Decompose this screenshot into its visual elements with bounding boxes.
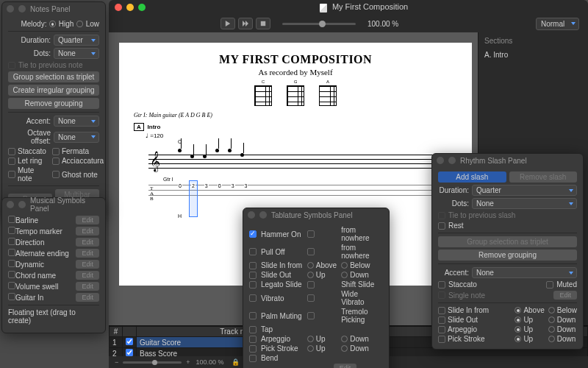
- edit-button[interactable]: Edit: [76, 238, 99, 247]
- ghost-checkbox[interactable]: [52, 171, 60, 178]
- group-triplet-button[interactable]: Group selection as triplet: [8, 71, 99, 82]
- edit-button[interactable]: Edit: [76, 249, 99, 258]
- edit-button[interactable]: Edit: [553, 291, 577, 300]
- tab-option-checkbox[interactable]: [249, 272, 257, 279]
- remove-slash-button[interactable]: Remove slash: [509, 171, 578, 183]
- tab-option-checkbox[interactable]: [249, 230, 257, 238]
- create-irregular-button[interactable]: Create irregular grouping: [8, 85, 99, 96]
- tab-option-checkbox[interactable]: [249, 312, 257, 319]
- remove-grouping-button[interactable]: Remove grouping: [438, 250, 577, 261]
- accent-select[interactable]: None: [54, 116, 99, 127]
- tab-option-checkbox[interactable]: [249, 336, 257, 343]
- option-radio[interactable]: [307, 272, 314, 278]
- minimize-icon[interactable]: [448, 157, 456, 164]
- minimize-icon[interactable]: [18, 5, 26, 13]
- melody-low-radio[interactable]: [76, 21, 82, 27]
- dots-select[interactable]: None: [54, 48, 99, 59]
- lock-icon[interactable]: 🔒: [232, 358, 240, 366]
- rest-checkbox[interactable]: [438, 222, 445, 230]
- mode-select[interactable]: Normal: [536, 18, 579, 30]
- option-checkbox[interactable]: [438, 336, 445, 343]
- tab-option-checkbox[interactable]: [249, 281, 257, 289]
- staccato-checkbox[interactable]: [438, 281, 445, 289]
- fermata-checkbox[interactable]: [52, 148, 60, 155]
- tab-option-checkbox[interactable]: [307, 281, 315, 289]
- zoom-in-icon[interactable]: +: [186, 358, 190, 366]
- close-icon[interactable]: [7, 201, 14, 208]
- duration-select[interactable]: Quarter: [54, 35, 99, 46]
- option-checkbox[interactable]: [438, 326, 445, 333]
- close-icon[interactable]: [437, 157, 444, 164]
- tab-option-checkbox[interactable]: [249, 326, 257, 333]
- option-checkbox[interactable]: [438, 307, 445, 314]
- acciaccatura-checkbox[interactable]: [52, 158, 60, 165]
- symbol-checkbox[interactable]: [8, 249, 15, 256]
- option-radio[interactable]: [307, 345, 314, 352]
- symbol-checkbox[interactable]: [8, 271, 15, 278]
- tab-option-checkbox[interactable]: [307, 312, 315, 319]
- note[interactable]: [178, 149, 182, 152]
- note[interactable]: [228, 149, 232, 152]
- symbol-checkbox[interactable]: [8, 238, 15, 245]
- option-radio[interactable]: [548, 316, 555, 323]
- edit-button[interactable]: Edit: [76, 227, 99, 236]
- zoom-slider[interactable]: [123, 361, 182, 364]
- tie-checkbox[interactable]: [8, 62, 15, 69]
- close-icon[interactable]: [7, 5, 14, 13]
- dots-select[interactable]: None: [472, 198, 577, 209]
- floating-text-label[interactable]: Floating text (drag to create): [8, 308, 99, 325]
- minimize-icon[interactable]: [18, 201, 26, 208]
- play-button[interactable]: [220, 18, 235, 29]
- tempo-slider[interactable]: [282, 23, 356, 25]
- track-visible-checkbox[interactable]: [126, 349, 133, 356]
- option-radio[interactable]: [548, 307, 555, 314]
- tab-option-checkbox[interactable]: [307, 230, 315, 238]
- option-radio[interactable]: [307, 262, 314, 269]
- mute-checkbox[interactable]: [8, 171, 15, 178]
- symbol-checkbox[interactable]: [8, 227, 15, 234]
- edit-button[interactable]: Edit: [76, 271, 99, 280]
- octave-select[interactable]: None: [54, 132, 99, 143]
- option-radio[interactable]: [514, 316, 521, 323]
- accent-select[interactable]: None: [472, 267, 577, 278]
- option-checkbox[interactable]: [438, 316, 445, 324]
- section-item[interactable]: A. Intro: [484, 49, 582, 60]
- muted-checkbox[interactable]: [546, 281, 553, 289]
- note[interactable]: [240, 153, 244, 157]
- tab-option-checkbox[interactable]: [249, 345, 257, 353]
- option-radio[interactable]: [548, 336, 555, 342]
- option-radio[interactable]: [514, 307, 521, 314]
- remove-grouping-button[interactable]: Remove grouping: [8, 98, 99, 109]
- tab-option-checkbox[interactable]: [249, 355, 257, 362]
- option-radio[interactable]: [341, 336, 348, 342]
- zoom-icon[interactable]: [138, 4, 146, 11]
- stop-button[interactable]: [256, 18, 270, 29]
- tab-option-checkbox[interactable]: [307, 248, 315, 255]
- note[interactable]: [215, 149, 219, 152]
- add-slash-button[interactable]: Add slash: [438, 171, 506, 183]
- staccato-checkbox[interactable]: [8, 148, 15, 155]
- melody-high-radio[interactable]: [49, 21, 55, 27]
- option-radio[interactable]: [307, 336, 314, 342]
- edit-button[interactable]: Edit: [334, 364, 357, 368]
- symbol-checkbox[interactable]: [8, 293, 15, 300]
- letring-checkbox[interactable]: [8, 158, 15, 165]
- option-radio[interactable]: [341, 262, 348, 269]
- edit-button[interactable]: Edit: [76, 260, 99, 269]
- zoom-out-icon[interactable]: −: [115, 358, 118, 366]
- single-note-checkbox[interactable]: [438, 291, 445, 299]
- symbol-checkbox[interactable]: [8, 216, 15, 223]
- tab-option-checkbox[interactable]: [307, 294, 315, 302]
- option-radio[interactable]: [341, 345, 348, 352]
- tab-option-checkbox[interactable]: [249, 262, 257, 269]
- option-radio[interactable]: [514, 336, 521, 342]
- minimize-icon[interactable]: [126, 4, 134, 11]
- symbol-checkbox[interactable]: [8, 282, 15, 289]
- minimize-icon[interactable]: [259, 211, 267, 219]
- symbol-checkbox[interactable]: [8, 260, 15, 267]
- option-radio[interactable]: [514, 326, 521, 333]
- close-icon[interactable]: [248, 211, 255, 219]
- option-radio[interactable]: [341, 272, 348, 278]
- play-from-button[interactable]: [238, 18, 253, 29]
- edit-button[interactable]: Edit: [76, 216, 99, 224]
